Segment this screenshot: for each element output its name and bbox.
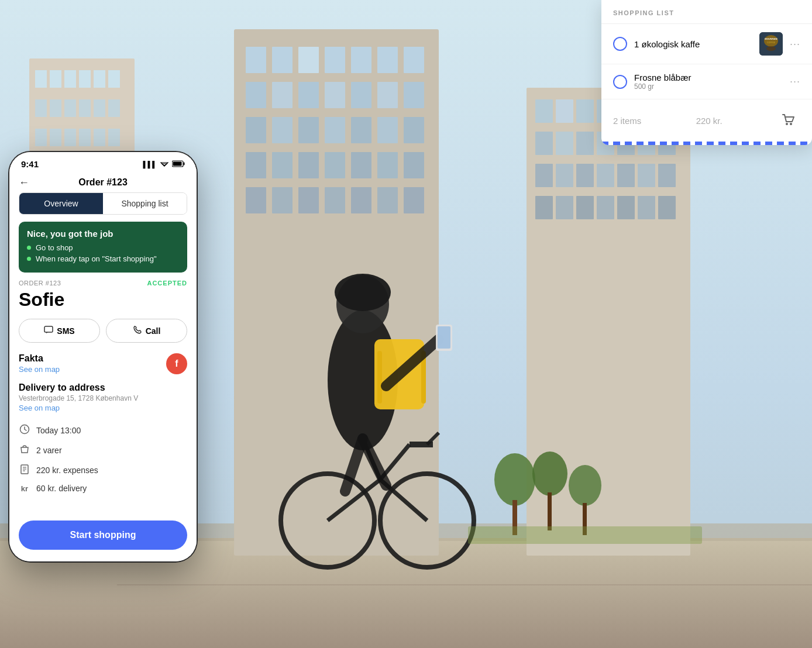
back-button[interactable]: ← [19, 177, 29, 189]
svg-rect-53 [404, 47, 424, 73]
call-button[interactable]: Call [106, 319, 187, 343]
svg-rect-18 [64, 129, 76, 146]
delivery-map-link[interactable]: See on map [19, 404, 187, 412]
item-name-2: Frosne blåbær [634, 73, 783, 82]
shopping-list-bottom-dashes [601, 142, 812, 145]
svg-rect-55 [272, 82, 293, 108]
action-buttons: SMS Call [19, 319, 187, 343]
item-checkbox-2[interactable] [613, 75, 627, 89]
svg-rect-77 [298, 187, 319, 213]
svg-rect-5 [50, 70, 61, 88]
shopping-item-1: 1 økologisk kaffe MOUNTAIN COFFEE ··· [601, 24, 812, 64]
svg-rect-49 [298, 47, 319, 73]
svg-rect-69 [272, 152, 293, 178]
svg-rect-76 [272, 187, 293, 213]
svg-rect-62 [272, 117, 293, 143]
detail-row-items: 2 varer [19, 440, 187, 460]
svg-rect-68 [246, 152, 266, 178]
svg-point-111 [494, 453, 535, 506]
item-image-1: MOUNTAIN COFFEE [759, 32, 783, 56]
svg-rect-129 [377, 351, 382, 404]
shopping-list-card: SHOPPING LIST 1 økologisk kaffe MOUNTAIN… [601, 0, 812, 145]
svg-rect-104 [535, 196, 553, 219]
phone-nav: ← Order #123 [9, 173, 197, 192]
svg-rect-90 [535, 132, 553, 155]
item-more-1[interactable]: ··· [790, 38, 800, 50]
store-section: Fakta See on map f [19, 353, 187, 374]
svg-rect-63 [298, 117, 319, 143]
svg-rect-83 [535, 99, 553, 123]
bullet-dot-1 [27, 246, 31, 250]
status-time: 9:41 [21, 159, 39, 169]
svg-rect-15 [108, 99, 120, 117]
svg-rect-4 [35, 70, 47, 88]
svg-rect-98 [556, 164, 573, 187]
status-icons: ▌▌▌ [143, 160, 185, 168]
svg-rect-74 [404, 152, 424, 178]
svg-rect-100 [597, 164, 614, 187]
svg-rect-108 [617, 196, 635, 219]
start-shopping-button[interactable]: Start shopping [19, 521, 187, 550]
svg-point-113 [532, 451, 567, 496]
svg-rect-54 [246, 82, 266, 108]
shopping-list-header: SHOPPING LIST [601, 0, 812, 24]
svg-rect-81 [404, 187, 424, 213]
svg-rect-85 [576, 99, 594, 123]
store-map-link[interactable]: See on map [19, 365, 60, 374]
svg-rect-58 [351, 82, 371, 108]
svg-rect-14 [94, 99, 105, 117]
svg-rect-70 [298, 152, 319, 178]
svg-rect-71 [325, 152, 345, 178]
svg-rect-13 [79, 99, 91, 117]
store-logo: f [166, 353, 187, 374]
clock-icon [19, 424, 30, 437]
item-checkbox-1[interactable] [613, 37, 627, 51]
shopping-item-2: Frosne blåbær 500 gr ··· [601, 64, 812, 99]
svg-rect-101 [617, 164, 635, 187]
info-box-step-1: Go to shop [36, 243, 73, 252]
item-more-2[interactable]: ··· [790, 75, 800, 88]
svg-rect-105 [556, 196, 573, 219]
info-box-item-2: When ready tap on "Start shopping" [27, 254, 179, 263]
svg-rect-11 [50, 99, 61, 117]
sms-button[interactable]: SMS [19, 319, 100, 343]
cart-button[interactable] [777, 109, 800, 132]
item-info-1: 1 økologisk kaffe [634, 39, 752, 49]
svg-point-115 [569, 465, 601, 506]
svg-rect-137 [468, 526, 702, 544]
svg-rect-51 [351, 47, 371, 73]
svg-rect-56 [298, 82, 319, 108]
phone-content: ORDER #123 ACCEPTED Sofie SMS Call [9, 280, 197, 513]
svg-rect-64 [325, 117, 345, 143]
svg-rect-48 [272, 47, 293, 73]
svg-rect-10 [35, 99, 47, 117]
svg-rect-66 [377, 117, 398, 143]
svg-rect-57 [325, 82, 345, 108]
svg-rect-106 [576, 196, 594, 219]
svg-rect-140 [173, 161, 182, 166]
svg-rect-9 [108, 70, 120, 88]
svg-rect-80 [377, 187, 398, 213]
svg-rect-78 [325, 187, 345, 213]
svg-rect-7 [79, 70, 91, 88]
svg-rect-107 [597, 196, 614, 219]
svg-rect-109 [638, 196, 655, 219]
shopping-list-footer: 2 items 220 kr. [601, 99, 812, 142]
tab-overview[interactable]: Overview [19, 193, 103, 214]
svg-point-152 [786, 123, 788, 125]
svg-rect-139 [184, 162, 185, 165]
svg-rect-103 [658, 164, 676, 187]
order-header: ORDER #123 ACCEPTED [19, 280, 187, 287]
svg-text:MOUNTAIN: MOUNTAIN [765, 37, 777, 40]
svg-rect-19 [79, 129, 91, 146]
svg-rect-61 [246, 117, 266, 143]
call-label: Call [146, 326, 161, 336]
detail-expenses-text: 220 kr. expenses [36, 466, 98, 475]
svg-rect-17 [50, 129, 61, 146]
svg-rect-75 [246, 187, 266, 213]
tab-shopping-list[interactable]: Shopping list [103, 193, 187, 214]
svg-rect-79 [351, 187, 371, 213]
signal-icon: ▌▌▌ [143, 161, 157, 168]
svg-point-132 [335, 274, 391, 311]
svg-rect-73 [377, 152, 398, 178]
